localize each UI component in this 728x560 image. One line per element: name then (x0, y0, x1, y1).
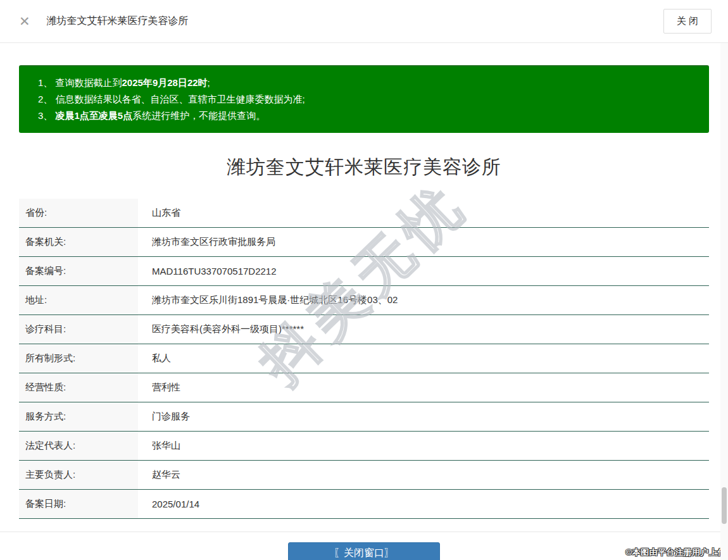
field-label: 备案机关: (19, 228, 138, 256)
notice-line-3-prefix: 3、 (38, 110, 56, 121)
modal-body: 1、 查询数据截止到2025年9月28日22时; 2、 信息数据结果以各省、自治… (0, 65, 728, 560)
notice-box: 1、 查询数据截止到2025年9月28日22时; 2、 信息数据结果以各省、自治… (19, 65, 709, 133)
field-label: 诊疗科目: (19, 315, 138, 344)
modal-header: ✕ 潍坊奎文艾轩米莱医疗美容诊所 关 闭 (0, 0, 728, 43)
table-row-ownership: 所有制形式: 私人 (19, 344, 709, 373)
field-value: 山东省 (138, 199, 180, 227)
field-value: 私人 (138, 344, 171, 373)
table-row-filing-number: 备案编号: MAD116TU337070517D2212 (19, 257, 709, 286)
field-label: 主要负责人: (19, 461, 138, 489)
table-row-filing-date: 备案日期: 2025/01/14 (19, 490, 709, 519)
field-label: 经营性质: (19, 373, 138, 402)
field-value: 门诊服务 (138, 402, 190, 431)
table-row-address: 地址: 潍坊市奎文区乐川街1891号晨晟·世纪城北区16号楼03、02 (19, 286, 709, 315)
table-row-service-mode: 服务方式: 门诊服务 (19, 402, 709, 432)
notice-line-3-text: 系统进行维护，不能提供查询。 (132, 110, 265, 121)
field-label: 法定代表人: (19, 432, 138, 460)
field-label: 地址: (19, 286, 138, 314)
field-value: 潍坊市奎文区乐川街1891号晨晟·世纪城北区16号楼03、02 (138, 286, 398, 314)
field-label: 所有制形式: (19, 344, 138, 373)
field-value: 营利性 (138, 373, 180, 402)
table-row-treatment-subjects: 诊疗科目: 医疗美容科(美容外科一级项目)****** (19, 315, 709, 344)
field-label: 备案编号: (19, 257, 138, 285)
notice-line-2-text: 2、 信息数据结果以各省、自治区、直辖市卫生健康委数据为准; (38, 94, 305, 104)
field-label: 省份: (19, 199, 138, 227)
notice-line-1-bold: 2025年9月28日22时 (122, 77, 208, 88)
scrollbar-thumb[interactable] (722, 487, 727, 524)
table-row-province: 省份: 山东省 (19, 199, 709, 228)
field-value: 赵华云 (138, 461, 180, 489)
notice-line-1-text: 1、 查询数据截止到 (38, 77, 122, 88)
field-value: 潍坊市奎文区行政审批服务局 (138, 228, 275, 256)
table-row-legal-representative: 法定代表人: 张华山 (19, 432, 709, 461)
header-title: 潍坊奎文艾轩米莱医疗美容诊所 (47, 15, 189, 28)
notice-line-2: 2、 信息数据结果以各省、自治区、直辖市卫生健康委数据为准; (38, 91, 690, 108)
field-label: 备案日期: (19, 490, 138, 518)
divider (0, 532, 728, 532)
field-value: 医疗美容科(美容外科一级项目)****** (138, 315, 304, 344)
page-title: 潍坊奎文艾轩米莱医疗美容诊所 (19, 154, 709, 180)
field-value: 张华山 (138, 432, 180, 460)
button-area: 〖关闭窗口〗 (19, 542, 709, 560)
scrollbar-track (720, 43, 728, 560)
table-row-filing-authority: 备案机关: 潍坊市奎文区行政审批服务局 (19, 228, 709, 257)
copyright-watermark: ©本图由平台注册用户上传 (625, 547, 726, 558)
table-row-main-person-in-charge: 主要负责人: 赵华云 (19, 461, 709, 490)
notice-line-1-punct: ; (208, 77, 210, 88)
notice-line-3-bold: 凌晨1点至凌晨5点 (56, 110, 133, 121)
notice-line-3: 3、 凌晨1点至凌晨5点系统进行维护，不能提供查询。 (38, 108, 690, 124)
close-icon[interactable]: ✕ (19, 15, 30, 28)
table-row-business-nature: 经营性质: 营利性 (19, 373, 709, 402)
field-value: MAD116TU337070517D2212 (138, 257, 277, 285)
close-button[interactable]: 关 闭 (663, 9, 712, 34)
field-label: 服务方式: (19, 402, 138, 431)
notice-line-1: 1、 查询数据截止到2025年9月28日22时; (38, 75, 690, 91)
close-window-button[interactable]: 〖关闭窗口〗 (288, 542, 440, 560)
info-table: 省份: 山东省 备案机关: 潍坊市奎文区行政审批服务局 备案编号: MAD116… (19, 199, 709, 519)
field-value: 2025/01/14 (138, 490, 199, 518)
